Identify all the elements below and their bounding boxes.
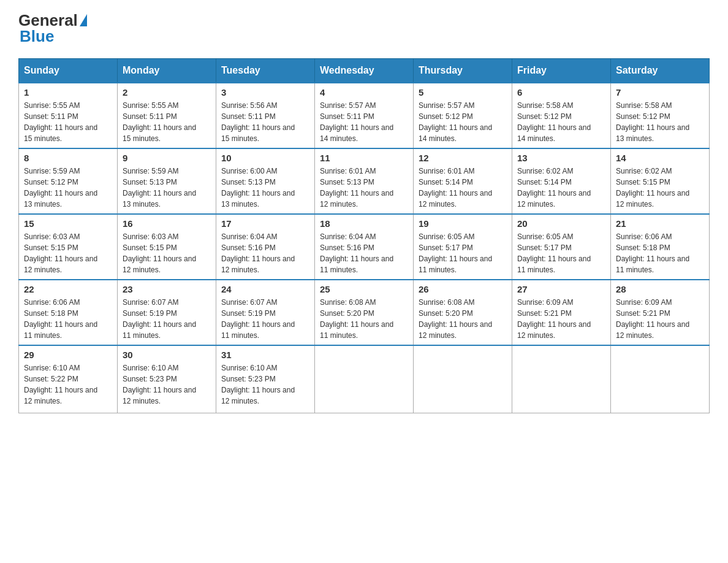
day-info: Sunrise: 6:01 AMSunset: 5:14 PMDaylight:…: [419, 167, 492, 209]
calendar-cell: 21 Sunrise: 6:06 AMSunset: 5:18 PMDaylig…: [611, 214, 710, 280]
day-info: Sunrise: 6:10 AMSunset: 5:23 PMDaylight:…: [123, 364, 196, 405]
calendar-header-row: SundayMondayTuesdayWednesdayThursdayFrid…: [19, 59, 710, 83]
day-info: Sunrise: 5:59 AMSunset: 5:12 PMDaylight:…: [24, 167, 97, 209]
day-number: 25: [320, 284, 408, 294]
calendar-cell: 11 Sunrise: 6:01 AMSunset: 5:13 PMDaylig…: [315, 148, 414, 214]
calendar-cell: 24 Sunrise: 6:07 AMSunset: 5:19 PMDaylig…: [216, 280, 315, 345]
day-number: 8: [24, 153, 112, 163]
day-number: 22: [24, 284, 112, 294]
calendar-cell: 9 Sunrise: 5:59 AMSunset: 5:13 PMDayligh…: [118, 148, 216, 214]
day-number: 29: [24, 350, 112, 360]
day-number: 28: [616, 284, 704, 294]
day-number: 24: [221, 284, 309, 294]
day-info: Sunrise: 5:59 AMSunset: 5:13 PMDaylight:…: [123, 167, 196, 209]
day-info: Sunrise: 5:55 AMSunset: 5:11 PMDaylight:…: [24, 101, 97, 143]
logo-general-text: General: [18, 12, 78, 28]
day-number: 5: [419, 87, 507, 98]
calendar-cell: 12 Sunrise: 6:01 AMSunset: 5:14 PMDaylig…: [414, 148, 512, 214]
calendar-cell: 19 Sunrise: 6:05 AMSunset: 5:17 PMDaylig…: [414, 214, 512, 280]
calendar-cell: 15 Sunrise: 6:03 AMSunset: 5:15 PMDaylig…: [19, 214, 118, 280]
calendar-cell: 16 Sunrise: 6:03 AMSunset: 5:15 PMDaylig…: [118, 214, 216, 280]
day-info: Sunrise: 6:05 AMSunset: 5:17 PMDaylight:…: [419, 232, 492, 274]
calendar-cell: 30 Sunrise: 6:10 AMSunset: 5:23 PMDaylig…: [118, 345, 216, 413]
day-number: 2: [123, 87, 211, 98]
day-number: 9: [123, 153, 211, 163]
day-number: 12: [419, 153, 507, 163]
calendar-week-row: 15 Sunrise: 6:03 AMSunset: 5:15 PMDaylig…: [19, 214, 710, 280]
day-number: 27: [517, 284, 605, 294]
header-thursday: Thursday: [414, 59, 512, 83]
day-number: 7: [616, 87, 704, 98]
calendar-week-row: 29 Sunrise: 6:10 AMSunset: 5:22 PMDaylig…: [19, 345, 710, 413]
day-number: 11: [320, 153, 408, 163]
header-monday: Monday: [118, 59, 216, 83]
calendar-cell: [611, 345, 710, 413]
calendar-cell: 22 Sunrise: 6:06 AMSunset: 5:18 PMDaylig…: [19, 280, 118, 345]
header-tuesday: Tuesday: [216, 59, 315, 83]
calendar-cell: 28 Sunrise: 6:09 AMSunset: 5:21 PMDaylig…: [611, 280, 710, 345]
day-info: Sunrise: 6:05 AMSunset: 5:17 PMDaylight:…: [517, 232, 591, 274]
day-info: Sunrise: 6:09 AMSunset: 5:21 PMDaylight:…: [517, 298, 591, 340]
day-number: 6: [517, 87, 605, 98]
day-info: Sunrise: 5:58 AMSunset: 5:12 PMDaylight:…: [616, 101, 689, 143]
calendar-cell: 4 Sunrise: 5:57 AMSunset: 5:11 PMDayligh…: [315, 83, 414, 148]
day-number: 18: [320, 218, 408, 229]
day-number: 26: [419, 284, 507, 294]
day-info: Sunrise: 6:04 AMSunset: 5:16 PMDaylight:…: [320, 232, 393, 274]
day-number: 4: [320, 87, 408, 98]
day-info: Sunrise: 6:02 AMSunset: 5:15 PMDaylight:…: [616, 167, 689, 209]
calendar-table: SundayMondayTuesdayWednesdayThursdayFrid…: [18, 58, 710, 413]
calendar-cell: 27 Sunrise: 6:09 AMSunset: 5:21 PMDaylig…: [512, 280, 611, 345]
header-wednesday: Wednesday: [315, 59, 414, 83]
calendar-week-row: 8 Sunrise: 5:59 AMSunset: 5:12 PMDayligh…: [19, 148, 710, 214]
day-info: Sunrise: 6:04 AMSunset: 5:16 PMDaylight:…: [221, 232, 295, 274]
calendar-week-row: 22 Sunrise: 6:06 AMSunset: 5:18 PMDaylig…: [19, 280, 710, 345]
header-friday: Friday: [512, 59, 611, 83]
day-number: 10: [221, 153, 309, 163]
calendar-cell: 2 Sunrise: 5:55 AMSunset: 5:11 PMDayligh…: [118, 83, 216, 148]
logo: General Blue: [18, 12, 89, 46]
day-info: Sunrise: 6:06 AMSunset: 5:18 PMDaylight:…: [616, 232, 689, 274]
day-info: Sunrise: 6:03 AMSunset: 5:15 PMDaylight:…: [24, 232, 97, 274]
logo-triangle-icon: [80, 14, 87, 26]
calendar-cell: 1 Sunrise: 5:55 AMSunset: 5:11 PMDayligh…: [19, 83, 118, 148]
day-info: Sunrise: 6:10 AMSunset: 5:22 PMDaylight:…: [24, 364, 97, 405]
calendar-cell: 17 Sunrise: 6:04 AMSunset: 5:16 PMDaylig…: [216, 214, 315, 280]
day-info: Sunrise: 5:55 AMSunset: 5:11 PMDaylight:…: [123, 101, 196, 143]
page-header: General Blue: [18, 12, 710, 46]
day-number: 3: [221, 87, 309, 98]
day-number: 17: [221, 218, 309, 229]
calendar-cell: [512, 345, 611, 413]
calendar-cell: 20 Sunrise: 6:05 AMSunset: 5:17 PMDaylig…: [512, 214, 611, 280]
day-number: 16: [123, 218, 211, 229]
calendar-cell: 5 Sunrise: 5:57 AMSunset: 5:12 PMDayligh…: [414, 83, 512, 148]
day-info: Sunrise: 5:57 AMSunset: 5:11 PMDaylight:…: [320, 101, 393, 143]
calendar-week-row: 1 Sunrise: 5:55 AMSunset: 5:11 PMDayligh…: [19, 83, 710, 148]
calendar-cell: [315, 345, 414, 413]
day-info: Sunrise: 6:00 AMSunset: 5:13 PMDaylight:…: [221, 167, 295, 209]
day-info: Sunrise: 5:57 AMSunset: 5:12 PMDaylight:…: [419, 101, 492, 143]
day-number: 20: [517, 218, 605, 229]
calendar-cell: 8 Sunrise: 5:59 AMSunset: 5:12 PMDayligh…: [19, 148, 118, 214]
day-info: Sunrise: 5:56 AMSunset: 5:11 PMDaylight:…: [221, 101, 295, 143]
day-info: Sunrise: 6:07 AMSunset: 5:19 PMDaylight:…: [221, 298, 295, 340]
header-saturday: Saturday: [611, 59, 710, 83]
day-info: Sunrise: 5:58 AMSunset: 5:12 PMDaylight:…: [517, 101, 591, 143]
day-info: Sunrise: 6:10 AMSunset: 5:23 PMDaylight:…: [221, 364, 295, 405]
calendar-cell: 10 Sunrise: 6:00 AMSunset: 5:13 PMDaylig…: [216, 148, 315, 214]
calendar-cell: 23 Sunrise: 6:07 AMSunset: 5:19 PMDaylig…: [118, 280, 216, 345]
calendar-cell: [414, 345, 512, 413]
calendar-cell: 13 Sunrise: 6:02 AMSunset: 5:14 PMDaylig…: [512, 148, 611, 214]
day-info: Sunrise: 6:08 AMSunset: 5:20 PMDaylight:…: [419, 298, 492, 340]
calendar-cell: 18 Sunrise: 6:04 AMSunset: 5:16 PMDaylig…: [315, 214, 414, 280]
calendar-cell: 25 Sunrise: 6:08 AMSunset: 5:20 PMDaylig…: [315, 280, 414, 345]
day-info: Sunrise: 6:02 AMSunset: 5:14 PMDaylight:…: [517, 167, 591, 209]
header-sunday: Sunday: [19, 59, 118, 83]
day-number: 14: [616, 153, 704, 163]
calendar-cell: 14 Sunrise: 6:02 AMSunset: 5:15 PMDaylig…: [611, 148, 710, 214]
calendar-cell: 31 Sunrise: 6:10 AMSunset: 5:23 PMDaylig…: [216, 345, 315, 413]
day-info: Sunrise: 6:09 AMSunset: 5:21 PMDaylight:…: [616, 298, 689, 340]
calendar-cell: 6 Sunrise: 5:58 AMSunset: 5:12 PMDayligh…: [512, 83, 611, 148]
calendar-cell: 3 Sunrise: 5:56 AMSunset: 5:11 PMDayligh…: [216, 83, 315, 148]
calendar-cell: 26 Sunrise: 6:08 AMSunset: 5:20 PMDaylig…: [414, 280, 512, 345]
